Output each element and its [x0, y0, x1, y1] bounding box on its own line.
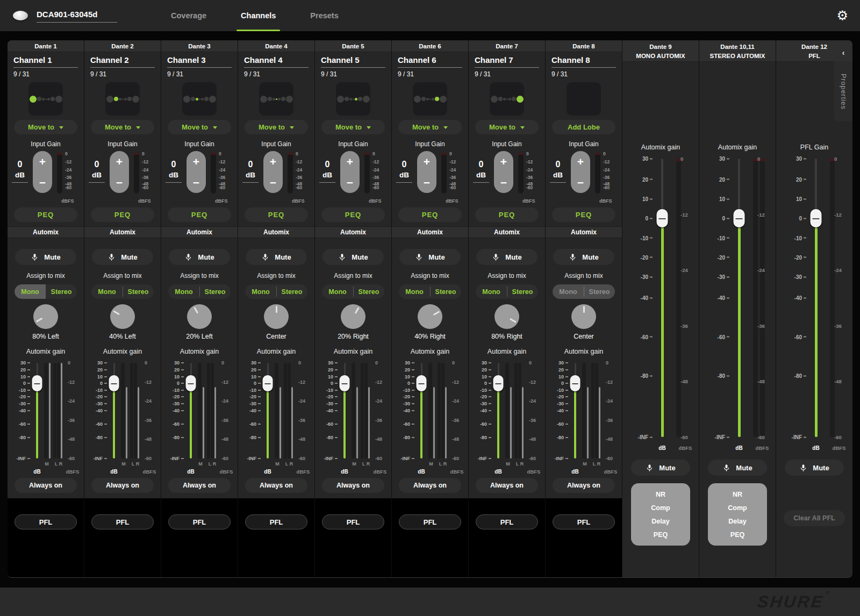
peq-button[interactable]: PEQ [398, 207, 462, 222]
gain-decrease-button[interactable]: − [571, 172, 590, 193]
always-on-button[interactable]: Always on [91, 478, 154, 493]
channel-name[interactable]: Channel 2 [90, 55, 155, 68]
fader-thumb[interactable] [811, 209, 822, 227]
tab-channels[interactable]: Channels [236, 0, 280, 31]
channel-name[interactable]: Channel 4 [244, 55, 309, 68]
mono-option[interactable]: Mono [15, 284, 46, 299]
fader-thumb[interactable] [263, 375, 273, 391]
gain-increase-button[interactable]: + [110, 151, 129, 172]
dsp-comp-button[interactable]: Comp [631, 501, 690, 514]
mute-button[interactable]: Mute [322, 249, 384, 265]
gain-decrease-button[interactable]: − [417, 172, 436, 193]
mono-option[interactable]: Mono [476, 284, 507, 299]
pan-knob[interactable] [33, 304, 58, 329]
gain-increase-button[interactable]: + [263, 151, 283, 172]
gain-decrease-button[interactable]: − [187, 172, 206, 193]
pfl-button[interactable]: PFL [245, 514, 307, 529]
move-to-button[interactable]: Move to [475, 120, 539, 134]
channel-name[interactable]: Channel 8 [551, 55, 616, 68]
pan-knob[interactable] [341, 304, 366, 329]
pan-knob[interactable] [494, 304, 519, 329]
mono-option[interactable]: Mono [91, 284, 123, 299]
fader-thumb[interactable] [32, 375, 42, 391]
gain-decrease-button[interactable]: − [340, 172, 360, 193]
dsp-comp-button[interactable]: Comp [708, 501, 767, 514]
always-on-button[interactable]: Always on [322, 478, 384, 493]
fader-thumb[interactable] [570, 375, 580, 391]
gear-icon[interactable]: ⚙ [836, 9, 848, 22]
fader-thumb[interactable] [734, 209, 745, 227]
stereo-option[interactable]: Stereo [507, 284, 538, 299]
peq-button[interactable]: PEQ [475, 207, 539, 222]
mute-button[interactable]: Mute [92, 249, 153, 265]
pan-knob[interactable] [110, 304, 135, 329]
peq-button[interactable]: PEQ [245, 207, 308, 222]
mute-button[interactable]: Mute [399, 249, 461, 265]
stereo-option[interactable]: Stereo [199, 284, 231, 299]
move-to-button[interactable]: Move to [245, 120, 308, 134]
move-to-button[interactable]: Move to [398, 120, 462, 134]
mute-button[interactable]: Mute [15, 249, 76, 265]
pan-knob[interactable] [187, 304, 212, 329]
always-on-button[interactable]: Always on [399, 478, 461, 493]
pfl-button[interactable]: PFL [476, 514, 538, 529]
dsp-nr-button[interactable]: NR [708, 488, 767, 501]
pfl-button[interactable]: PFL [91, 514, 154, 529]
mute-button[interactable]: Mute [785, 460, 844, 476]
pan-knob[interactable] [571, 304, 596, 329]
peq-button[interactable]: PEQ [168, 207, 231, 222]
stereo-option[interactable]: Stereo [123, 284, 154, 299]
channel-name[interactable]: Channel 3 [167, 55, 232, 68]
mute-button[interactable]: Mute [631, 460, 690, 476]
always-on-button[interactable]: Always on [15, 478, 77, 493]
clear-all-pfl-button[interactable]: Clear All PFL [784, 510, 845, 526]
mute-button[interactable]: Mute [246, 249, 307, 265]
mono-option[interactable]: Mono [399, 284, 430, 299]
mute-button[interactable]: Mute [476, 249, 538, 265]
move-to-button[interactable]: Move to [321, 120, 385, 134]
mono-option[interactable]: Mono [245, 284, 276, 299]
stereo-option[interactable]: Stereo [584, 284, 615, 299]
fader-thumb[interactable] [657, 209, 668, 227]
gain-increase-button[interactable]: + [187, 151, 206, 172]
move-to-button[interactable]: Add Lobe [552, 120, 615, 134]
pan-knob[interactable] [418, 304, 442, 329]
channel-name[interactable]: Channel 5 [321, 55, 385, 68]
peq-button[interactable]: PEQ [321, 207, 385, 222]
peq-button[interactable]: PEQ [552, 207, 615, 222]
gain-decrease-button[interactable]: − [494, 172, 513, 193]
pan-knob[interactable] [264, 304, 289, 329]
pfl-button[interactable]: PFL [15, 514, 77, 529]
channel-name[interactable]: Channel 1 [13, 55, 78, 68]
always-on-button[interactable]: Always on [168, 478, 231, 493]
stereo-option[interactable]: Stereo [46, 284, 77, 299]
channel-name[interactable]: Channel 7 [475, 55, 539, 68]
tab-presets[interactable]: Presets [306, 0, 342, 31]
gain-decrease-button[interactable]: − [110, 172, 129, 193]
tab-coverage[interactable]: Coverage [167, 0, 211, 31]
dsp-delay-button[interactable]: Delay [708, 514, 767, 528]
move-to-button[interactable]: Move to [14, 120, 77, 134]
mono-option[interactable]: Mono [168, 284, 199, 299]
gain-decrease-button[interactable]: − [33, 172, 52, 193]
gain-decrease-button[interactable]: − [263, 172, 283, 193]
stereo-option[interactable]: Stereo [430, 284, 461, 299]
always-on-button[interactable]: Always on [476, 478, 538, 493]
dsp-nr-button[interactable]: NR [631, 488, 690, 501]
mute-button[interactable]: Mute [553, 249, 614, 265]
mute-button[interactable]: Mute [708, 460, 767, 476]
peq-button[interactable]: PEQ [14, 207, 77, 222]
always-on-button[interactable]: Always on [245, 478, 307, 493]
move-to-button[interactable]: Move to [91, 120, 154, 134]
always-on-button[interactable]: Always on [553, 478, 615, 493]
dsp-delay-button[interactable]: Delay [631, 514, 690, 528]
properties-tab[interactable]: Properties [834, 61, 852, 121]
mono-option[interactable]: Mono [322, 284, 353, 299]
fader-thumb[interactable] [340, 375, 350, 391]
pfl-button[interactable]: PFL [168, 514, 231, 529]
move-to-button[interactable]: Move to [168, 120, 231, 134]
gain-increase-button[interactable]: + [571, 151, 590, 172]
channel-name[interactable]: Channel 6 [398, 55, 462, 68]
stereo-option[interactable]: Stereo [276, 284, 307, 299]
dsp-peq-button[interactable]: PEQ [631, 528, 690, 541]
